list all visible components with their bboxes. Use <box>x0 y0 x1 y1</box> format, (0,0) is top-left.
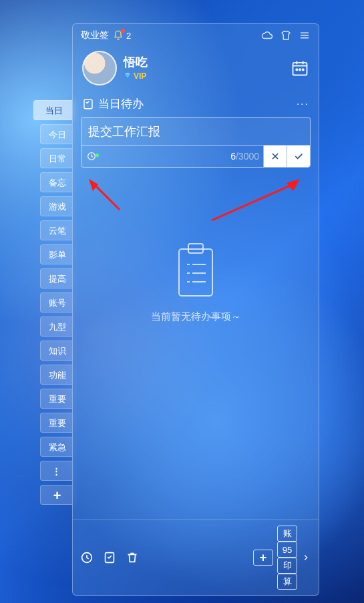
category-tab[interactable]: 知识 <box>40 341 73 361</box>
x-icon <box>270 151 281 162</box>
category-tab[interactable]: 日常 <box>40 148 73 168</box>
category-tab[interactable]: 影单 <box>40 244 73 264</box>
new-todo-card: 6/3000 <box>81 117 311 168</box>
cloud-sync-icon[interactable] <box>261 29 273 41</box>
bottom-chip[interactable]: 账 <box>277 526 297 542</box>
skin-theme-icon[interactable] <box>280 29 292 41</box>
section-header: 当日待办 ··· <box>73 92 319 117</box>
user-row: 悟吃 VIP <box>73 47 319 92</box>
clipboard-icon <box>172 241 219 301</box>
category-tab-add[interactable]: + <box>40 485 73 505</box>
todo-list-icon <box>82 98 94 110</box>
titlebar: 敬业签 2 <box>73 24 319 47</box>
svg-point-1 <box>296 69 297 70</box>
check-icon <box>293 151 304 162</box>
app-panel: 敬业签 2 悟吃 VIP <box>72 23 319 596</box>
bottom-chip[interactable]: 95 <box>277 542 297 558</box>
category-tab[interactable]: 游戏 <box>40 196 73 216</box>
bottom-chip[interactable]: 印 <box>277 558 297 574</box>
category-tab[interactable]: 备忘 <box>40 172 73 192</box>
empty-state: 当前暂无待办事项～ <box>73 168 319 520</box>
category-tab[interactable]: 重要 <box>40 413 73 433</box>
section-title: 当日待办 <box>98 96 144 112</box>
chevron-right-icon[interactable] <box>300 550 312 565</box>
input-toolbar: 6/3000 <box>81 145 310 167</box>
category-tab[interactable]: 重要 <box>40 389 73 409</box>
avatar[interactable] <box>82 51 117 85</box>
reminder-clock-icon[interactable] <box>81 151 102 162</box>
vip-badge: VIP <box>124 71 146 81</box>
category-tab[interactable]: 功能 <box>40 365 73 385</box>
char-counter: 6/3000 <box>230 151 263 162</box>
category-tab[interactable]: 九型 <box>40 317 73 337</box>
category-tab[interactable]: 账号 <box>40 292 73 313</box>
category-tab[interactable]: 当日 <box>33 100 73 120</box>
empty-state-text: 当前暂无待办事项～ <box>151 311 241 323</box>
notification-count: 2 <box>126 31 131 41</box>
app-name: 敬业签 <box>81 29 109 41</box>
notification-bell-icon[interactable] <box>113 30 124 41</box>
cancel-button[interactable] <box>263 146 287 167</box>
category-tabstrip: 当日今日日常备忘游戏云笔影单提高账号九型知识功能重要重要紧急⋮+ <box>40 100 73 505</box>
trash-icon[interactable] <box>125 550 140 565</box>
completed-list-icon[interactable] <box>102 550 117 565</box>
category-tab[interactable]: 今日 <box>40 124 73 144</box>
svg-point-3 <box>303 69 304 70</box>
svg-point-2 <box>299 69 301 70</box>
section-more-icon[interactable]: ··· <box>297 98 309 110</box>
category-tab[interactable]: 提高 <box>40 268 73 288</box>
category-tab[interactable]: 紧急 <box>40 437 73 457</box>
todo-text-input[interactable] <box>81 118 310 145</box>
history-clock-icon[interactable] <box>79 550 94 565</box>
svg-rect-4 <box>84 99 92 109</box>
category-tab-more[interactable]: ⋮ <box>40 461 73 481</box>
reminder-active-dot-icon <box>96 154 99 157</box>
calendar-icon[interactable] <box>291 59 309 77</box>
menu-icon[interactable] <box>299 29 311 41</box>
confirm-button[interactable] <box>287 146 310 167</box>
bottom-chip[interactable]: 算 <box>277 574 297 590</box>
vip-gem-icon <box>124 72 132 80</box>
notification-dot-icon <box>121 29 125 33</box>
bottom-toolbar: + 账95印算 <box>73 520 319 595</box>
add-note-button[interactable]: + <box>253 550 273 566</box>
username: 悟吃 <box>124 54 148 70</box>
category-tab[interactable]: 云笔 <box>40 220 73 240</box>
